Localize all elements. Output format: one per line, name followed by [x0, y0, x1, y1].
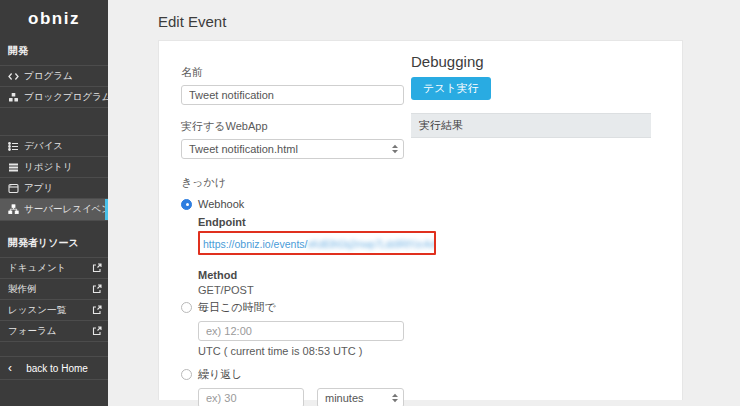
webhook-radio-label: Webhook: [198, 198, 244, 210]
endpoint-label: Endpoint: [198, 216, 404, 228]
repeat-radio[interactable]: [181, 369, 192, 380]
endpoint-url-link[interactable]: https://obniz.io/events/xKd83hfJq2mwp7Ls…: [203, 238, 436, 250]
code-icon: [8, 71, 19, 82]
debugging-title: Debugging: [411, 53, 651, 70]
event-form-column: 名前 実行するWebApp Tweet notification.html きっ…: [159, 41, 404, 400]
obniz-logo[interactable]: obniz: [0, 0, 108, 36]
back-home-label: back to Home: [24, 363, 90, 374]
endpoint-highlight-box: https://obniz.io/events/xKd83hfJq2mwp7Ls…: [198, 231, 436, 255]
webhook-details: Endpoint https://obniz.io/events/xKd83hf…: [181, 216, 404, 296]
sidebar-item-label: フォーラム: [8, 325, 56, 338]
sidebar-group-resources: ドキュメント 製作例 レッスン一覧 フォーラム: [0, 257, 108, 342]
sidebar-group-dev: プログラム ブロックプログラム: [0, 65, 108, 108]
sidebar-item-label: リポジトリ: [24, 161, 73, 174]
utc-note: UTC ( current time is 08:53 UTC ): [198, 345, 404, 357]
sidebar-section-dev: 開発: [0, 36, 108, 65]
daily-radio-label: 毎日この時間で: [198, 300, 276, 315]
endpoint-url-prefix: https://obniz.io/events/: [203, 238, 307, 250]
sidebar-item-label: プログラム: [24, 70, 73, 83]
select-stepper-icon: [391, 393, 399, 403]
sidebar-section-resources: 開発者リソース: [0, 221, 108, 257]
repository-icon: [8, 162, 19, 173]
device-list-icon: [8, 141, 19, 152]
sidebar-item-apps[interactable]: アプリ: [0, 178, 108, 199]
sidebar: obniz 開発 プログラム ブロックプログラム デバイス リポ: [0, 0, 108, 406]
sidebar-item-serverless-events[interactable]: サーバーレスイベント: [0, 199, 108, 221]
serverless-event-icon: [8, 204, 19, 215]
sidebar-item-documents[interactable]: ドキュメント: [0, 258, 108, 279]
daily-details: UTC ( current time is 08:53 UTC ): [181, 321, 404, 357]
blocks-icon: [8, 92, 19, 103]
select-stepper-icon: [391, 144, 399, 154]
sidebar-item-label: アプリ: [24, 182, 53, 195]
method-value: GET/POST: [198, 284, 404, 296]
debugging-column: Debugging テスト実行 実行結果: [411, 41, 651, 400]
app-icon: [8, 183, 19, 194]
sidebar-item-repository[interactable]: リポジトリ: [0, 157, 108, 178]
external-link-icon: [92, 305, 102, 315]
sidebar-group-tools: デバイス リポジトリ アプリ サーバーレスイベント: [0, 135, 108, 221]
sidebar-item-label: 製作例: [8, 283, 37, 296]
sidebar-item-label: デバイス: [24, 140, 63, 153]
daily-time-input[interactable]: [198, 321, 404, 341]
repeat-unit-select[interactable]: minutes: [317, 388, 404, 406]
external-link-icon: [92, 263, 102, 273]
chevron-left-icon: ‹: [8, 361, 12, 375]
repeat-radio-label: 繰り返し: [198, 367, 243, 382]
sidebar-item-label: ブロックプログラム: [24, 91, 112, 104]
repeat-details: minutes: [181, 388, 404, 406]
endpoint-url-redacted: xKd83hfJq2mwp7Lsb9RtYzc4vN: [307, 239, 436, 250]
sidebar-item-label: ドキュメント: [8, 262, 66, 275]
webapp-select[interactable]: Tweet notification.html: [181, 139, 404, 159]
sidebar-item-block-program[interactable]: ブロックプログラム: [0, 87, 108, 108]
edit-event-card: 名前 実行するWebApp Tweet notification.html きっ…: [158, 40, 683, 400]
sidebar-spacer: [0, 108, 108, 135]
sidebar-item-label: レッスン一覧: [8, 304, 66, 317]
repeat-unit-value: minutes: [325, 392, 364, 404]
method-label: Method: [198, 269, 404, 281]
trigger-option-webhook: Webhook: [181, 198, 404, 210]
repeat-interval-input[interactable]: [198, 388, 304, 406]
daily-time-radio[interactable]: [181, 302, 192, 313]
execution-result-header: 実行結果: [411, 113, 651, 138]
webhook-radio[interactable]: [181, 199, 192, 210]
webapp-label: 実行するWebApp: [181, 119, 404, 134]
trigger-option-repeat: 繰り返し: [181, 367, 404, 382]
test-run-button[interactable]: テスト実行: [411, 77, 491, 100]
sidebar-item-lessons[interactable]: レッスン一覧: [0, 300, 108, 321]
external-link-icon: [92, 284, 102, 294]
webapp-select-value: Tweet notification.html: [189, 143, 298, 155]
sidebar-item-forum[interactable]: フォーラム: [0, 321, 108, 342]
trigger-label: きっかけ: [181, 175, 404, 190]
name-label: 名前: [181, 65, 404, 80]
main-content: Edit Event 名前 実行するWebApp Tweet notificat…: [108, 0, 740, 406]
name-input[interactable]: [181, 85, 404, 105]
trigger-option-daily: 毎日この時間で: [181, 300, 404, 315]
external-link-icon: [92, 326, 102, 336]
back-to-home-button[interactable]: ‹ back to Home: [0, 356, 108, 380]
page-title: Edit Event: [158, 13, 740, 30]
sidebar-item-devices[interactable]: デバイス: [0, 136, 108, 157]
sidebar-item-examples[interactable]: 製作例: [0, 279, 108, 300]
sidebar-item-program[interactable]: プログラム: [0, 66, 108, 87]
